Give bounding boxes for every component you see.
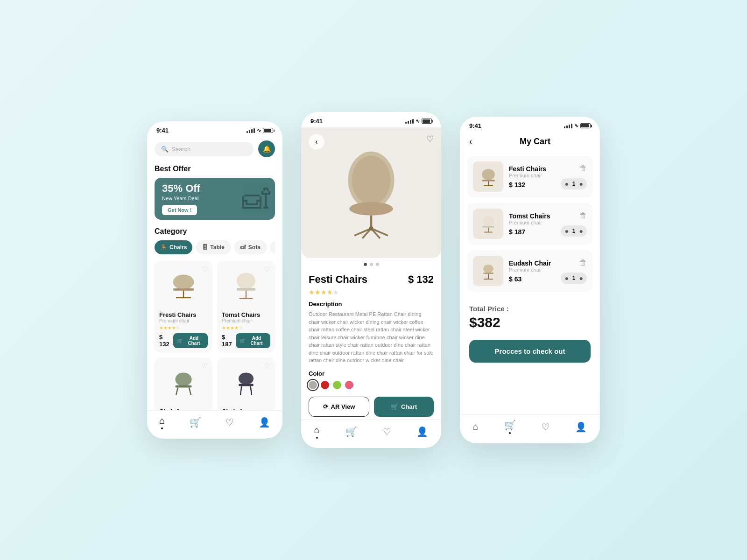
heart-btn-3[interactable]: ♡: [264, 362, 270, 370]
qty-minus-2[interactable]: ●: [564, 274, 568, 282]
nav-profile-2[interactable]: 👤: [416, 426, 428, 437]
search-box[interactable]: 🔍 Search: [155, 142, 254, 156]
color-swatch-1[interactable]: [321, 381, 329, 389]
cart-items: Festi Chairs Premium chair $ 132 🗑 ● 1 ●: [460, 156, 600, 292]
cart-back-button[interactable]: ‹: [469, 137, 472, 147]
svg-line-14: [240, 386, 241, 395]
svg-rect-13: [239, 384, 254, 386]
cart-item-price-0: $ 132: [509, 181, 555, 189]
checkout-button[interactable]: Procces to check out: [469, 340, 591, 363]
nav-cart-2[interactable]: 🛒: [345, 426, 357, 437]
svg-point-29: [482, 216, 494, 226]
svg-rect-9: [175, 385, 191, 388]
status-icons-2: ∿: [405, 118, 432, 124]
qty-minus-0[interactable]: ●: [564, 180, 568, 188]
product-card-1[interactable]: ♡ Tomst Chairs Premium chair ★★★★☆ $ 18: [217, 261, 275, 353]
nav-cart-3[interactable]: 🛒: [504, 420, 516, 434]
cart-item-img-2: [473, 256, 503, 286]
nav-profile-3[interactable]: 👤: [575, 421, 587, 433]
tab-chairs[interactable]: 🪑 Chairs: [155, 240, 192, 254]
ar-view-button[interactable]: ⟳ AR View: [309, 397, 369, 417]
carousel-dots: [301, 263, 441, 266]
home-icon-3: ⌂: [472, 421, 478, 432]
heart-btn-0[interactable]: ♡: [202, 266, 208, 273]
color-swatch-3[interactable]: [345, 381, 353, 389]
battery-1: [263, 128, 273, 133]
product-img-0: [159, 266, 208, 308]
bottom-nav-3: ⌂ 🛒 ♡ 👤: [460, 414, 600, 443]
svg-rect-5: [237, 288, 255, 291]
color-swatches: [309, 381, 434, 389]
add-cart-btn-1[interactable]: 🛒 Add Chart: [236, 333, 270, 348]
cart-item-price-2: $ 63: [509, 275, 555, 283]
offer-cta-button[interactable]: Get Now !: [162, 205, 197, 215]
table-icon: 🗄: [202, 244, 208, 251]
bottom-nav-1: ⌂ 🛒 ♡ 👤: [147, 410, 282, 439]
cart-header: ‹ My Cart: [460, 132, 600, 151]
heart-btn-1[interactable]: ♡: [264, 266, 270, 273]
svg-point-25: [482, 169, 495, 180]
qty-plus-2[interactable]: ●: [579, 274, 583, 282]
cart-icon-1: 🛒: [240, 338, 245, 343]
total-label: Total Price :: [469, 305, 591, 313]
nav-wishlist-3[interactable]: ♡: [542, 421, 550, 433]
category-tabs: 🪑 Chairs 🗄 Table 🛋 Sofa ⊞ Cu: [155, 240, 275, 254]
svg-line-11: [189, 388, 191, 395]
product-card-0[interactable]: ♡ Fresti Chairs Premium chair ★★★★☆ $ 1: [155, 261, 212, 353]
cart-icon-nav-3: 🛒: [504, 420, 516, 431]
status-icons-3: ∿: [564, 123, 591, 129]
product-price-0: $ 132: [159, 334, 173, 348]
tab-table[interactable]: 🗄 Table: [196, 240, 230, 254]
offer-discount: 35% Off: [162, 182, 200, 195]
cart-item-info-1: Tomst Chairs Premium chair $ 187: [509, 212, 555, 236]
sofa-decoration: 🛋: [242, 183, 270, 215]
add-cart-btn-0[interactable]: 🛒 Add Chart: [173, 333, 208, 348]
cart-item-img-1: [473, 209, 503, 239]
cart-item-sub-0: Premium chair: [509, 173, 555, 178]
qty-plus-1[interactable]: ●: [579, 227, 583, 235]
offer-banner[interactable]: 35% Off New Years Deal Get Now ! 🛋: [155, 178, 275, 220]
nav-wishlist-1[interactable]: ♡: [226, 417, 234, 428]
svg-line-15: [251, 386, 252, 395]
home-icon-2: ⌂: [314, 425, 319, 435]
cart-item-sub-2: Premium chair: [509, 267, 555, 273]
svg-point-12: [239, 373, 254, 385]
bottom-nav-2: ⌂ 🛒 ♡ 👤: [301, 420, 441, 448]
wifi-2: ∿: [416, 118, 420, 124]
nav-wishlist-2[interactable]: ♡: [383, 426, 391, 437]
nav-profile-1[interactable]: 👤: [259, 417, 270, 428]
profile-icon-nav-1: 👤: [259, 417, 270, 428]
tab-sofa[interactable]: 🛋 Sofa: [234, 240, 267, 254]
color-swatch-0[interactable]: [309, 381, 317, 389]
add-to-cart-button[interactable]: 🛒 Chart: [374, 397, 434, 417]
description-title: Description: [309, 301, 434, 308]
heart-btn-2[interactable]: ♡: [202, 362, 208, 370]
stars-0: ★★★★☆: [159, 325, 208, 330]
delete-item-1[interactable]: 🗑: [579, 211, 587, 220]
color-title: Color: [309, 370, 434, 377]
nav-home-2[interactable]: ⌂: [314, 425, 319, 439]
notification-button[interactable]: 🔔: [258, 140, 275, 157]
product-name-1: Tomst Chairs: [222, 311, 270, 318]
tab-cu[interactable]: ⊞ Cu: [270, 240, 275, 254]
nav-home-3[interactable]: ⌂: [472, 421, 478, 432]
dot-1: [370, 263, 373, 266]
back-button[interactable]: ‹: [309, 134, 324, 150]
tab-table-label: Table: [210, 244, 224, 251]
favorite-button[interactable]: ♡: [426, 134, 434, 144]
delete-item-2[interactable]: 🗑: [579, 259, 587, 267]
profile-icon-nav-2: 👤: [416, 426, 428, 437]
color-swatch-2[interactable]: [333, 381, 341, 389]
delete-item-0[interactable]: 🗑: [579, 164, 587, 173]
detail-content: Festi Chairs $ 132 ★★★★★ Description Out…: [301, 266, 441, 424]
cart-item-2: Eudash Chair Premium chair $ 63 🗑 ● 1 ●: [467, 250, 592, 292]
phone-home: 9:41 ∿ 🔍 Search: [147, 121, 282, 439]
qty-plus-0[interactable]: ●: [579, 180, 583, 188]
nav-cart-1[interactable]: 🛒: [190, 417, 201, 428]
product-detail-image: ‹ ♡: [301, 127, 441, 258]
nav-home-1[interactable]: ⌂: [159, 415, 165, 429]
wifi-3: ∿: [574, 123, 578, 129]
search-placeholder: Search: [171, 146, 190, 153]
svg-point-8: [175, 373, 191, 386]
qty-minus-1[interactable]: ●: [564, 227, 568, 235]
